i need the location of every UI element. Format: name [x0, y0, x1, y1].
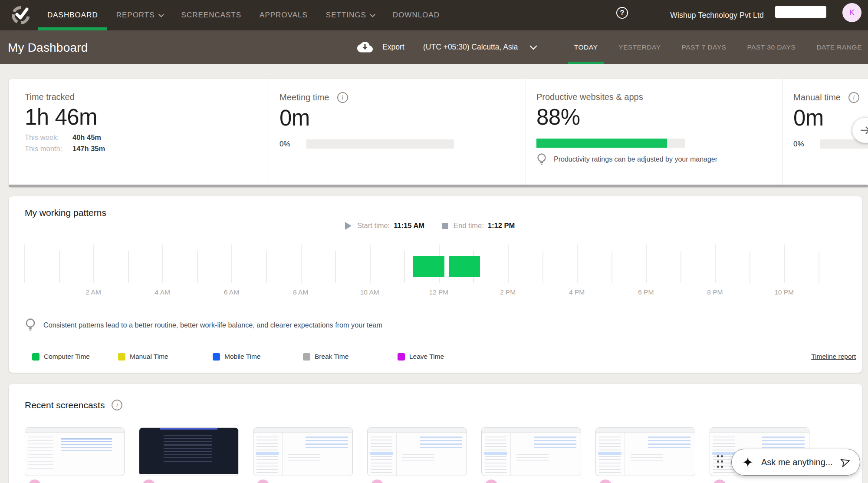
hour-tick [231, 245, 232, 283]
nav-item-approvals[interactable]: APPROVALS [250, 0, 317, 30]
nav-item-dashboard[interactable]: DASHBOARD [38, 0, 107, 30]
manual-percent: 0% [793, 140, 820, 149]
card-title: Time tracked [25, 92, 75, 102]
cards-scrollbar[interactable] [9, 185, 868, 187]
nav-item-download[interactable]: DOWNLOAD [384, 0, 449, 30]
info-icon[interactable]: i [848, 92, 859, 103]
hour-tick [24, 245, 25, 283]
sparkle-icon [742, 457, 753, 468]
patterns-tip-text: Consistent patterns lead to a better rou… [43, 321, 382, 329]
info-icon[interactable]: i [112, 400, 122, 410]
thumbnail-detail [598, 452, 621, 455]
export-button[interactable]: Export [357, 30, 404, 64]
card-title: Meeting time [279, 93, 329, 103]
screencast-avatar [713, 480, 726, 483]
tab-today[interactable]: TODAY [568, 30, 604, 64]
hour-tick [784, 245, 785, 283]
screencast-avatar [142, 480, 155, 483]
ask-assistant-input[interactable]: Ask me anything... [731, 449, 860, 476]
screencast-image[interactable] [139, 427, 239, 476]
avatar[interactable]: K [842, 3, 861, 22]
thumbnail-detail [256, 437, 278, 473]
page-title: My Dashboard [8, 41, 88, 55]
tab-past-30-days[interactable]: PAST 30 DAYS [741, 30, 802, 64]
screencast-thumbnail[interactable] [367, 427, 467, 483]
screencast-thumbnail[interactable] [139, 427, 239, 483]
screencast-thumbnail[interactable] [25, 427, 125, 483]
timeline-report-link[interactable]: Timeline report [811, 353, 856, 361]
thumbnail-detail [596, 428, 695, 433]
worked-time-block[interactable] [413, 256, 444, 277]
thumbnail-detail [485, 437, 506, 473]
thumbnail-detail [282, 433, 283, 476]
date-range-tabs: TODAY YESTERDAY PAST 7 DAYS PAST 30 DAYS… [568, 30, 868, 64]
thumbnail-detail [368, 428, 467, 433]
timezone-selector[interactable]: (UTC +05:30) Calcutta, Asia [423, 30, 536, 64]
ask-placeholder: Ask me anything... [761, 457, 833, 467]
screencast-avatar [28, 480, 41, 483]
tab-yesterday[interactable]: YESTERDAY [612, 30, 667, 64]
nav-label: SETTINGS [326, 11, 366, 20]
nav-item-settings[interactable]: SETTINGS [317, 0, 384, 30]
hour-tick [646, 245, 647, 283]
mobile-time-swatch [213, 353, 220, 361]
nav-label: SCREENCASTS [181, 11, 242, 20]
nav-item-screencasts[interactable]: SCREENCASTS [172, 0, 251, 30]
legend-computer-time: Computer Time [32, 353, 90, 361]
hour-tick [197, 251, 198, 283]
main-nav: DASHBOARD REPORTS SCREENCASTS APPROVALS … [38, 0, 449, 30]
summary-cards-row: Time tracked 1h 46m This week:40h 45m Th… [9, 79, 868, 187]
nav-item-reports[interactable]: REPORTS [107, 0, 172, 30]
thumbnail-detail [25, 428, 124, 433]
legend-mobile-time: Mobile Time [213, 353, 261, 361]
month-label: This month: [25, 145, 72, 153]
axis-hour-label: 2 AM [85, 288, 101, 296]
timedoctor-logo[interactable] [11, 6, 30, 25]
thumbnail-detail [306, 437, 348, 449]
week-value: 40h 45m [72, 133, 101, 142]
thumbnail-detail [762, 437, 805, 449]
meeting-progress-track [306, 139, 454, 149]
time-tracked-card: Time tracked 1h 46m This week:40h 45m Th… [9, 79, 269, 187]
week-label: This week: [25, 133, 72, 142]
thumbnail-detail [253, 428, 352, 433]
hour-tick [542, 251, 543, 283]
screencast-image[interactable] [253, 427, 353, 476]
assistant-drag-handle[interactable] [717, 455, 724, 468]
screencast-thumbnail[interactable] [595, 427, 695, 483]
productive-progress-track [536, 139, 685, 148]
screencast-thumbnail[interactable] [253, 427, 353, 483]
nav-label: REPORTS [116, 11, 155, 20]
send-icon[interactable] [840, 457, 851, 468]
time-tracked-value: 1h 46m [25, 106, 269, 129]
working-hours-chart: 2 AM4 AM6 AM8 AM10 AM12 PM2 PM4 PM6 PM8 … [24, 196, 845, 301]
hour-tick [715, 245, 716, 283]
hour-tick [128, 251, 129, 283]
tab-label: DATE RANGE [816, 43, 862, 51]
lightbulb-icon [536, 153, 547, 166]
hour-tick [750, 251, 750, 283]
screencast-image[interactable] [595, 427, 695, 476]
dashboard-header: My Dashboard Export (UTC +05:30) Calcutt… [0, 30, 868, 64]
worked-time-block[interactable] [449, 256, 480, 277]
month-value: 147h 35m [72, 145, 105, 153]
axis-hour-label: 6 AM [224, 288, 239, 296]
screencast-image[interactable] [367, 427, 467, 476]
legend-manual-time: Manual Time [118, 353, 168, 361]
info-icon[interactable]: i [337, 92, 348, 103]
axis-hour-label: 6 PM [638, 288, 654, 296]
tab-label: TODAY [574, 43, 598, 51]
hour-tick [59, 251, 60, 283]
screencast-image[interactable] [481, 427, 581, 476]
tab-date-range[interactable]: DATE RANGE [810, 30, 868, 64]
axis-hour-label: 8 AM [293, 288, 308, 296]
company-name[interactable]: Wishup Technology Pvt Ltd [670, 0, 764, 30]
screencast-image[interactable] [25, 427, 125, 476]
tab-past-7-days[interactable]: PAST 7 DAYS [676, 30, 733, 64]
screencast-thumbnail[interactable] [481, 427, 581, 483]
hour-tick [335, 251, 336, 283]
tab-label: PAST 30 DAYS [747, 43, 796, 51]
thumbnail-detail [256, 452, 279, 455]
thumbnail-detail [510, 433, 511, 476]
help-icon[interactable]: ? [616, 7, 628, 19]
